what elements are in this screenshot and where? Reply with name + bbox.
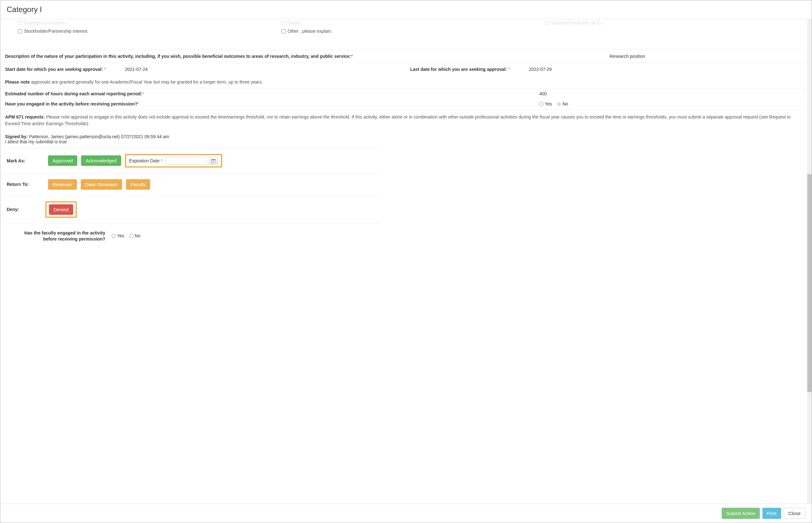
hours-label: Estimated number of hours during each an… [5, 91, 142, 96]
attest-line: I attest that my submittal is true [5, 139, 802, 144]
start-date-label-text: Start date for which you are seeking app… [5, 67, 104, 72]
deny-highlight: Denied [46, 201, 77, 218]
other-checkbox[interactable] [281, 29, 286, 33]
owner-label: Owner [288, 20, 300, 25]
role-row-2: Stockholder/Partnership Interest Other ,… [0, 29, 807, 37]
engaged-radios: Yes No [539, 101, 802, 107]
expiration-date-input[interactable] [165, 157, 206, 165]
confirm-yes-label[interactable]: Yes [111, 233, 124, 238]
confirm-yes-radio[interactable] [111, 234, 116, 238]
required-star: * [142, 91, 144, 96]
deny-label: Deny: [7, 207, 38, 212]
description-value: Research position [609, 54, 802, 59]
apm-block: APM 671 requests: Please note approval t… [0, 110, 807, 131]
confirm-no-label[interactable]: No [129, 233, 141, 238]
engaged-yes-text: Yes [545, 101, 552, 106]
return-to-row: Return To: Reviewer Dean Reviewer Facult… [0, 174, 379, 196]
svg-rect-2 [212, 161, 212, 161]
engaged-label-wrap: Have you engaged in the activity before … [5, 101, 539, 107]
engaged-label: Have you engaged in the activity before … [5, 101, 137, 106]
calendar-button[interactable] [209, 157, 218, 165]
approved-button[interactable]: Approved [48, 156, 77, 166]
confirm-no-text: No [135, 233, 141, 238]
required-star: * [351, 54, 353, 59]
svg-rect-1 [211, 159, 215, 160]
engaged-yes-label[interactable]: Yes [539, 101, 552, 106]
calendar-icon [211, 159, 215, 163]
empty-col [545, 29, 802, 34]
modal-footer: Submit Action Print Close [0, 504, 812, 523]
apm-bold: APM 671 requests: [5, 114, 45, 120]
scrollbar-thumb[interactable] [807, 174, 812, 392]
mark-as-row: Mark As: Approved Acknowledged Expiratio… [0, 148, 379, 174]
end-date-value: 2022-07-29 [529, 67, 552, 72]
salaried-checkbox-group: Salaried Employee (W-2) [545, 20, 802, 25]
expiration-label-text: Expiration Date [129, 158, 160, 163]
founder-checkbox-group: Founder/Co-Founder [18, 20, 275, 25]
end-date-label-text: Last date for which you are seeking appr… [410, 67, 508, 72]
scrollbar-track[interactable] [807, 19, 812, 504]
form-content: Founder/Co-Founder Owner Salaried Employ… [0, 19, 812, 252]
svg-rect-3 [213, 161, 214, 161]
reviewer-button[interactable]: Reviewer [48, 179, 77, 190]
mark-as-label: Mark As: [7, 158, 44, 163]
acknowledged-button[interactable]: Acknowledged [81, 156, 121, 166]
signed-block: Signed by: Patterson, James (james.patte… [0, 131, 807, 148]
description-label: Description of the nature of your partic… [5, 54, 603, 59]
modal-dialog: Category I Founder/Co-Founder Owner Sala… [0, 0, 812, 523]
founder-label: Founder/Co-Founder [24, 20, 66, 25]
required-star: * [137, 101, 139, 106]
confirm-radios: Yes No [111, 233, 144, 239]
owner-checkbox[interactable] [281, 21, 286, 25]
note-text: approvals are granted generally for one … [30, 79, 263, 85]
salaried-label: Salaried Employee (W-2) [551, 20, 601, 25]
start-date-col: Start date for which you are seeking app… [5, 67, 398, 72]
confirm-label: Has the faculty engaged in the activity … [16, 230, 105, 242]
owner-checkbox-group: Owner [281, 20, 539, 25]
dean-reviewer-button[interactable]: Dean Reviewer [81, 179, 122, 190]
other-label: Other , please explain: [288, 29, 332, 34]
founder-checkbox[interactable] [18, 21, 22, 25]
signed-by-label: Signed by: [5, 134, 28, 139]
hours-row: Estimated number of hours during each an… [0, 88, 807, 99]
note-bold: Please note [5, 79, 30, 85]
end-date-label: Last date for which you are seeking appr… [410, 67, 510, 72]
faculty-button[interactable]: Faculty [126, 179, 150, 190]
required-star: * [161, 158, 162, 163]
svg-rect-6 [213, 161, 214, 162]
engaged-yes-radio[interactable] [539, 102, 543, 106]
print-button[interactable]: Print [762, 508, 781, 519]
approval-note: Please note approvals are granted genera… [0, 76, 807, 88]
required-star: * [508, 67, 510, 72]
signed-by-line: Signed by: Patterson, James (james.patte… [5, 134, 802, 139]
apm-text: Please note approval to engage in this a… [5, 114, 791, 126]
other-checkbox-group: Other , please explain: [281, 29, 539, 34]
stockholder-checkbox[interactable] [18, 29, 22, 33]
expiration-highlight: Expiration Date * [125, 154, 222, 167]
engaged-no-label[interactable]: No [557, 101, 568, 106]
hours-value: 400 [539, 91, 802, 96]
confirm-yes-text: Yes [117, 233, 124, 238]
submit-action-button[interactable]: Submit Action [722, 508, 760, 519]
description-row: Description of the nature of your partic… [0, 50, 807, 62]
start-date-label: Start date for which you are seeking app… [5, 67, 106, 72]
engaged-no-radio[interactable] [557, 102, 561, 106]
role-row-1: Founder/Co-Founder Owner Salaried Employ… [0, 19, 807, 29]
svg-rect-4 [214, 161, 215, 161]
salaried-checkbox[interactable] [545, 21, 549, 25]
stockholder-checkbox-group: Stockholder/Partnership Interest [18, 29, 275, 34]
engaged-no-text: No [562, 101, 568, 106]
hours-label-wrap: Estimated number of hours during each an… [5, 91, 539, 96]
modal-title: Category I [7, 5, 805, 14]
return-to-label: Return To: [7, 182, 44, 187]
description-label-text: Description of the nature of your partic… [5, 54, 351, 59]
signed-by-value: Patterson, James (james.patterson@ucla.n… [28, 134, 170, 139]
engaged-row: Have you engaged in the activity before … [0, 99, 807, 110]
denied-button[interactable]: Denied [49, 204, 73, 215]
required-star: * [104, 67, 106, 72]
end-date-col: Last date for which you are seeking appr… [410, 67, 803, 72]
stockholder-label: Stockholder/Partnership Interest [24, 29, 87, 34]
confirm-row: Has the faculty engaged in the activity … [0, 224, 807, 252]
close-button[interactable]: Close [784, 508, 805, 519]
confirm-no-radio[interactable] [129, 234, 134, 238]
